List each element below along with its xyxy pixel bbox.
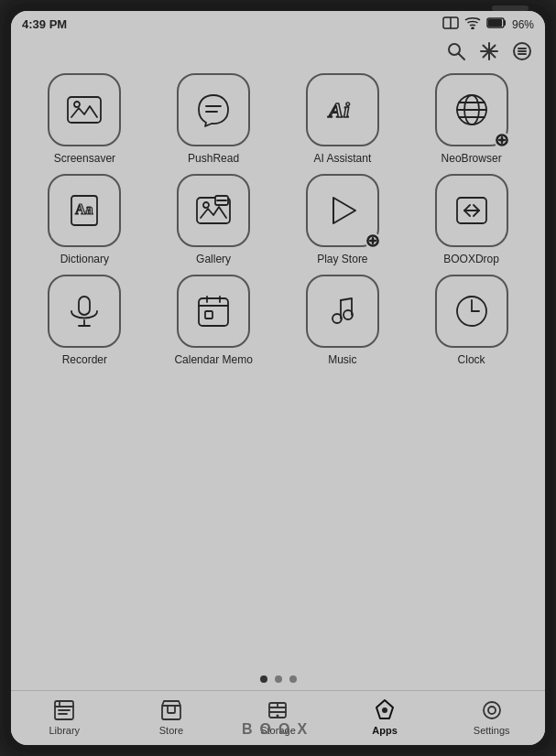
app-playstore[interactable]: Play Store bbox=[292, 174, 393, 265]
app-clock[interactable]: Clock bbox=[421, 275, 522, 366]
svg-rect-59 bbox=[168, 706, 175, 713]
battery-icon bbox=[486, 17, 507, 31]
ai-icon-wrapper: Ai bbox=[306, 73, 379, 146]
freeze-icon[interactable] bbox=[479, 41, 499, 66]
calendar-icon-wrapper bbox=[177, 275, 250, 348]
svg-line-7 bbox=[459, 54, 465, 60]
app-calendar[interactable]: Calendar Memo bbox=[163, 275, 264, 366]
pagination-dot-3[interactable] bbox=[289, 675, 297, 683]
app-ai-assistant[interactable]: Ai AI Assistant bbox=[292, 73, 393, 165]
neobrowser-badge bbox=[494, 132, 510, 148]
toolbar bbox=[11, 38, 545, 73]
screen: 4:39 PM bbox=[11, 11, 545, 745]
app-screensaver[interactable]: Screensaver bbox=[34, 73, 135, 165]
playstore-icon-wrapper bbox=[306, 174, 379, 247]
nav-store-label: Store bbox=[159, 725, 183, 736]
library-icon bbox=[52, 698, 76, 722]
clock-icon-wrapper bbox=[435, 275, 508, 348]
app-dictionary-label: Dictionary bbox=[60, 253, 109, 265]
reader-icon bbox=[442, 16, 459, 32]
svg-point-68 bbox=[488, 707, 496, 714]
app-neobrowser-label: NeoBrowser bbox=[442, 152, 502, 165]
pagination-dot-1[interactable] bbox=[260, 675, 267, 683]
nav-apps[interactable]: Apps bbox=[348, 698, 421, 736]
app-grid: Screensaver PushRead Ai AI Assistant bbox=[11, 73, 545, 668]
nav-settings-label: Settings bbox=[474, 725, 510, 736]
brand-label: BOOX bbox=[242, 721, 314, 738]
battery-percent: 96% bbox=[512, 18, 534, 31]
apps-icon bbox=[373, 698, 397, 722]
svg-rect-40 bbox=[79, 297, 90, 315]
app-row-1: Screensaver PushRead Ai AI Assistant bbox=[20, 73, 536, 165]
svg-text:Aa: Aa bbox=[75, 201, 93, 217]
screensaver-icon-wrapper bbox=[48, 73, 121, 146]
svg-point-18 bbox=[74, 102, 80, 107]
music-icon-wrapper bbox=[306, 275, 379, 348]
settings-icon bbox=[480, 698, 504, 722]
nav-apps-label: Apps bbox=[372, 725, 398, 736]
app-music[interactable]: Music bbox=[292, 275, 393, 366]
device: 4:39 PM bbox=[0, 0, 556, 756]
pagination bbox=[11, 668, 545, 690]
app-gallery[interactable]: Gallery bbox=[163, 174, 264, 265]
app-pushread[interactable]: PushRead bbox=[163, 73, 264, 165]
gallery-icon-wrapper bbox=[177, 174, 250, 247]
app-booxdrop[interactable]: BOOXDrop bbox=[421, 174, 522, 265]
pushread-icon-wrapper bbox=[177, 73, 250, 146]
search-icon[interactable] bbox=[446, 41, 466, 66]
wifi-icon bbox=[464, 16, 481, 32]
nav-settings[interactable]: Settings bbox=[455, 698, 529, 736]
app-screensaver-label: Screensaver bbox=[54, 152, 115, 165]
app-pushread-label: PushRead bbox=[188, 152, 239, 165]
app-recorder[interactable]: Recorder bbox=[34, 275, 135, 366]
app-ai-label: AI Assistant bbox=[314, 152, 372, 165]
store-icon bbox=[159, 698, 183, 722]
app-neobrowser[interactable]: NeoBrowser bbox=[421, 73, 522, 165]
app-row-3: Recorder Calendar Memo Music bbox=[20, 275, 536, 366]
app-music-label: Music bbox=[328, 353, 356, 366]
status-time: 4:39 PM bbox=[22, 17, 67, 31]
svg-rect-4 bbox=[488, 19, 502, 27]
svg-point-66 bbox=[382, 707, 387, 713]
dictionary-icon-wrapper: Aa bbox=[48, 174, 121, 247]
storage-icon bbox=[266, 698, 289, 722]
status-bar: 4:39 PM bbox=[11, 11, 545, 38]
status-icons: 96% bbox=[442, 16, 534, 32]
booxdrop-icon-wrapper bbox=[435, 174, 508, 247]
app-calendar-label: Calendar Memo bbox=[174, 353, 252, 366]
svg-point-31 bbox=[203, 202, 209, 208]
app-gallery-label: Gallery bbox=[196, 253, 231, 265]
svg-rect-47 bbox=[205, 311, 213, 319]
svg-point-67 bbox=[484, 702, 500, 718]
pagination-dot-2[interactable] bbox=[275, 675, 282, 683]
app-playstore-label: Play Store bbox=[317, 253, 367, 265]
app-row-2: Aa Dictionary Gallery bbox=[20, 174, 536, 265]
nav-store[interactable]: Store bbox=[135, 698, 208, 736]
menu-icon[interactable] bbox=[512, 41, 532, 66]
neobrowser-icon-wrapper bbox=[435, 73, 508, 146]
app-recorder-label: Recorder bbox=[62, 353, 107, 366]
app-clock-label: Clock bbox=[458, 353, 485, 366]
app-booxdrop-label: BOOXDrop bbox=[443, 253, 499, 265]
svg-point-2 bbox=[472, 27, 474, 29]
svg-rect-43 bbox=[199, 298, 228, 326]
svg-rect-17 bbox=[68, 97, 101, 123]
playstore-badge bbox=[365, 232, 381, 249]
svg-point-12 bbox=[487, 49, 492, 54]
svg-marker-34 bbox=[333, 198, 355, 223]
nav-library[interactable]: Library bbox=[27, 698, 101, 736]
recorder-icon-wrapper bbox=[48, 275, 121, 348]
svg-point-63 bbox=[277, 715, 279, 718]
nav-library-label: Library bbox=[49, 725, 80, 736]
svg-text:Ai: Ai bbox=[327, 98, 350, 122]
app-dictionary[interactable]: Aa Dictionary bbox=[34, 174, 135, 265]
